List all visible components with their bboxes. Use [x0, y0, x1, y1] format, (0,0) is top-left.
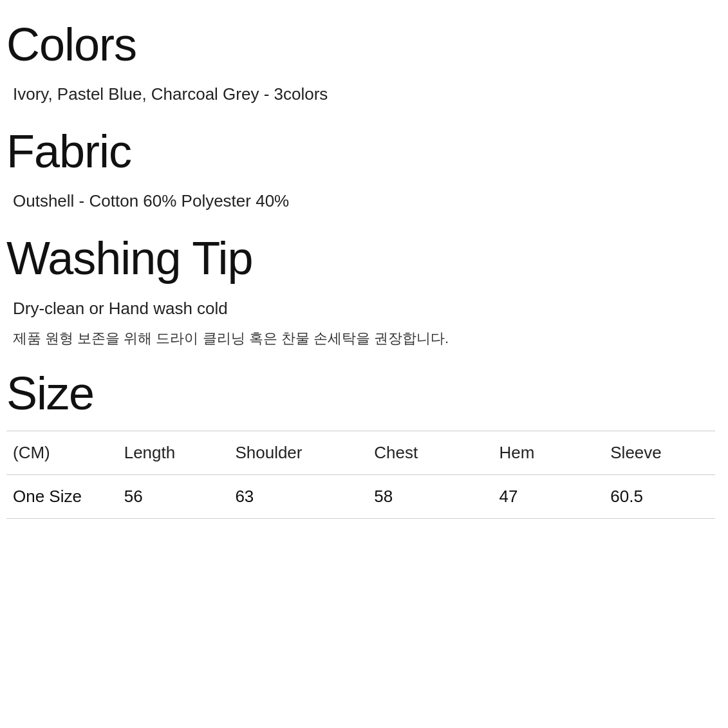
header-chest: Chest: [368, 431, 492, 474]
size-table: (CM) Length Shoulder Chest Hem Sleeve On…: [6, 431, 715, 519]
cell-shoulder: 63: [229, 474, 368, 518]
header-length: Length: [118, 431, 229, 474]
colors-description: Ivory, Pastel Blue, Charcoal Grey - 3col…: [6, 82, 715, 107]
fabric-description: Outshell - Cotton 60% Polyester 40%: [6, 189, 715, 214]
cell-size: One Size: [6, 474, 118, 518]
cell-length: 56: [118, 474, 229, 518]
washing-section: Washing Tip Dry-clean or Hand wash cold …: [6, 233, 715, 348]
size-table-header-row: (CM) Length Shoulder Chest Hem Sleeve: [6, 431, 715, 474]
washing-title: Washing Tip: [6, 233, 715, 284]
cell-hem: 47: [493, 474, 604, 518]
header-shoulder: Shoulder: [229, 431, 368, 474]
size-section: Size (CM) Length Shoulder Chest Hem Slee…: [6, 368, 715, 519]
fabric-title: Fabric: [6, 126, 715, 177]
colors-section: Colors Ivory, Pastel Blue, Charcoal Grey…: [6, 19, 715, 107]
header-unit: (CM): [6, 431, 118, 474]
size-title: Size: [6, 368, 715, 419]
header-sleeve: Sleeve: [604, 431, 715, 474]
header-hem: Hem: [493, 431, 604, 474]
cell-sleeve: 60.5: [604, 474, 715, 518]
colors-title: Colors: [6, 19, 715, 70]
washing-description-kr: 제품 원형 보존을 위해 드라이 클리닝 혹은 찬물 손세탁을 권장합니다.: [6, 328, 715, 349]
table-row: One Size5663584760.5: [6, 474, 715, 518]
fabric-section: Fabric Outshell - Cotton 60% Polyester 4…: [6, 126, 715, 214]
washing-description-en: Dry-clean or Hand wash cold: [6, 296, 715, 321]
cell-chest: 58: [368, 474, 492, 518]
